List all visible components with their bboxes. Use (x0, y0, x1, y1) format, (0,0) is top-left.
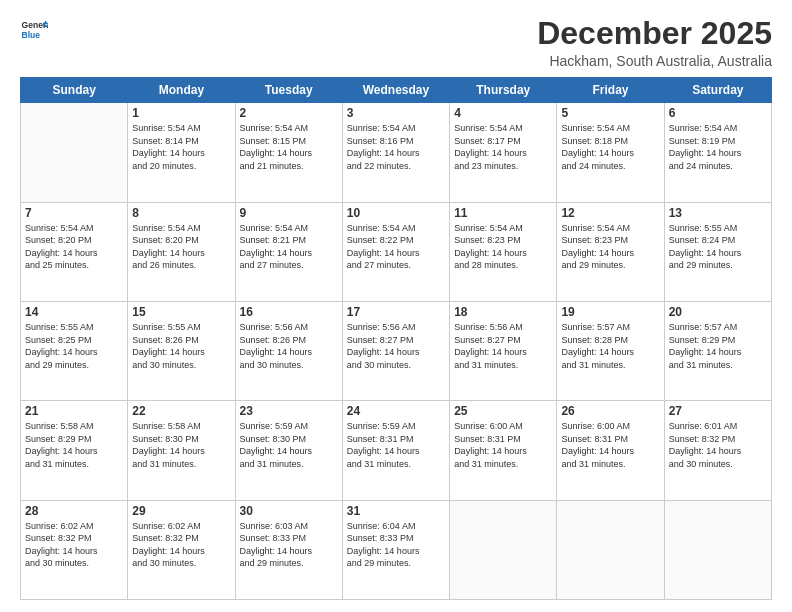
day-info: Sunrise: 5:54 AM Sunset: 8:14 PM Dayligh… (132, 122, 230, 172)
table-row: 26Sunrise: 6:00 AM Sunset: 8:31 PM Dayli… (557, 401, 664, 500)
table-row: 23Sunrise: 5:59 AM Sunset: 8:30 PM Dayli… (235, 401, 342, 500)
day-info: Sunrise: 5:56 AM Sunset: 8:26 PM Dayligh… (240, 321, 338, 371)
logo-icon: General Blue (20, 16, 48, 44)
col-wednesday: Wednesday (342, 78, 449, 103)
table-row: 2Sunrise: 5:54 AM Sunset: 8:15 PM Daylig… (235, 103, 342, 202)
svg-text:Blue: Blue (22, 30, 41, 40)
day-number: 3 (347, 106, 445, 120)
table-row: 25Sunrise: 6:00 AM Sunset: 8:31 PM Dayli… (450, 401, 557, 500)
table-row: 11Sunrise: 5:54 AM Sunset: 8:23 PM Dayli… (450, 202, 557, 301)
logo: General Blue (20, 16, 48, 44)
day-info: Sunrise: 5:55 AM Sunset: 8:26 PM Dayligh… (132, 321, 230, 371)
table-row: 15Sunrise: 5:55 AM Sunset: 8:26 PM Dayli… (128, 301, 235, 400)
month-title: December 2025 (537, 16, 772, 51)
day-info: Sunrise: 5:54 AM Sunset: 8:15 PM Dayligh… (240, 122, 338, 172)
day-info: Sunrise: 6:02 AM Sunset: 8:32 PM Dayligh… (132, 520, 230, 570)
day-number: 12 (561, 206, 659, 220)
day-number: 24 (347, 404, 445, 418)
day-info: Sunrise: 6:00 AM Sunset: 8:31 PM Dayligh… (454, 420, 552, 470)
day-info: Sunrise: 5:54 AM Sunset: 8:17 PM Dayligh… (454, 122, 552, 172)
day-info: Sunrise: 5:55 AM Sunset: 8:24 PM Dayligh… (669, 222, 767, 272)
day-number: 8 (132, 206, 230, 220)
day-number: 27 (669, 404, 767, 418)
page: General Blue December 2025 Hackham, Sout… (0, 0, 792, 612)
day-info: Sunrise: 5:54 AM Sunset: 8:20 PM Dayligh… (25, 222, 123, 272)
day-number: 26 (561, 404, 659, 418)
day-info: Sunrise: 5:58 AM Sunset: 8:29 PM Dayligh… (25, 420, 123, 470)
day-number: 16 (240, 305, 338, 319)
day-number: 10 (347, 206, 445, 220)
day-number: 31 (347, 504, 445, 518)
day-number: 13 (669, 206, 767, 220)
calendar-week-row: 28Sunrise: 6:02 AM Sunset: 8:32 PM Dayli… (21, 500, 772, 599)
table-row: 14Sunrise: 5:55 AM Sunset: 8:25 PM Dayli… (21, 301, 128, 400)
day-number: 17 (347, 305, 445, 319)
day-info: Sunrise: 5:57 AM Sunset: 8:29 PM Dayligh… (669, 321, 767, 371)
day-info: Sunrise: 5:58 AM Sunset: 8:30 PM Dayligh… (132, 420, 230, 470)
day-number: 22 (132, 404, 230, 418)
day-number: 1 (132, 106, 230, 120)
day-number: 14 (25, 305, 123, 319)
day-info: Sunrise: 5:54 AM Sunset: 8:16 PM Dayligh… (347, 122, 445, 172)
day-number: 15 (132, 305, 230, 319)
day-info: Sunrise: 5:54 AM Sunset: 8:18 PM Dayligh… (561, 122, 659, 172)
table-row: 3Sunrise: 5:54 AM Sunset: 8:16 PM Daylig… (342, 103, 449, 202)
table-row: 27Sunrise: 6:01 AM Sunset: 8:32 PM Dayli… (664, 401, 771, 500)
day-info: Sunrise: 5:54 AM Sunset: 8:22 PM Dayligh… (347, 222, 445, 272)
day-info: Sunrise: 6:03 AM Sunset: 8:33 PM Dayligh… (240, 520, 338, 570)
col-friday: Friday (557, 78, 664, 103)
col-thursday: Thursday (450, 78, 557, 103)
day-number: 5 (561, 106, 659, 120)
table-row (450, 500, 557, 599)
table-row: 19Sunrise: 5:57 AM Sunset: 8:28 PM Dayli… (557, 301, 664, 400)
day-number: 4 (454, 106, 552, 120)
day-info: Sunrise: 5:54 AM Sunset: 8:19 PM Dayligh… (669, 122, 767, 172)
table-row: 20Sunrise: 5:57 AM Sunset: 8:29 PM Dayli… (664, 301, 771, 400)
day-number: 11 (454, 206, 552, 220)
day-number: 25 (454, 404, 552, 418)
table-row: 28Sunrise: 6:02 AM Sunset: 8:32 PM Dayli… (21, 500, 128, 599)
day-number: 18 (454, 305, 552, 319)
day-info: Sunrise: 6:02 AM Sunset: 8:32 PM Dayligh… (25, 520, 123, 570)
day-number: 30 (240, 504, 338, 518)
calendar-week-row: 14Sunrise: 5:55 AM Sunset: 8:25 PM Dayli… (21, 301, 772, 400)
table-row: 22Sunrise: 5:58 AM Sunset: 8:30 PM Dayli… (128, 401, 235, 500)
table-row: 10Sunrise: 5:54 AM Sunset: 8:22 PM Dayli… (342, 202, 449, 301)
table-row: 24Sunrise: 5:59 AM Sunset: 8:31 PM Dayli… (342, 401, 449, 500)
table-row: 4Sunrise: 5:54 AM Sunset: 8:17 PM Daylig… (450, 103, 557, 202)
day-info: Sunrise: 6:01 AM Sunset: 8:32 PM Dayligh… (669, 420, 767, 470)
table-row: 17Sunrise: 5:56 AM Sunset: 8:27 PM Dayli… (342, 301, 449, 400)
day-number: 6 (669, 106, 767, 120)
table-row: 18Sunrise: 5:56 AM Sunset: 8:27 PM Dayli… (450, 301, 557, 400)
day-info: Sunrise: 5:54 AM Sunset: 8:21 PM Dayligh… (240, 222, 338, 272)
table-row: 5Sunrise: 5:54 AM Sunset: 8:18 PM Daylig… (557, 103, 664, 202)
day-info: Sunrise: 5:59 AM Sunset: 8:31 PM Dayligh… (347, 420, 445, 470)
table-row (21, 103, 128, 202)
table-row: 31Sunrise: 6:04 AM Sunset: 8:33 PM Dayli… (342, 500, 449, 599)
calendar-header-row: Sunday Monday Tuesday Wednesday Thursday… (21, 78, 772, 103)
day-number: 9 (240, 206, 338, 220)
day-number: 28 (25, 504, 123, 518)
table-row: 8Sunrise: 5:54 AM Sunset: 8:20 PM Daylig… (128, 202, 235, 301)
day-info: Sunrise: 5:54 AM Sunset: 8:23 PM Dayligh… (454, 222, 552, 272)
table-row (664, 500, 771, 599)
day-number: 23 (240, 404, 338, 418)
day-info: Sunrise: 6:04 AM Sunset: 8:33 PM Dayligh… (347, 520, 445, 570)
table-row: 12Sunrise: 5:54 AM Sunset: 8:23 PM Dayli… (557, 202, 664, 301)
subtitle: Hackham, South Australia, Australia (537, 53, 772, 69)
day-info: Sunrise: 5:54 AM Sunset: 8:23 PM Dayligh… (561, 222, 659, 272)
table-row: 9Sunrise: 5:54 AM Sunset: 8:21 PM Daylig… (235, 202, 342, 301)
table-row (557, 500, 664, 599)
calendar-table: Sunday Monday Tuesday Wednesday Thursday… (20, 77, 772, 600)
col-monday: Monday (128, 78, 235, 103)
day-number: 19 (561, 305, 659, 319)
table-row: 16Sunrise: 5:56 AM Sunset: 8:26 PM Dayli… (235, 301, 342, 400)
day-number: 7 (25, 206, 123, 220)
table-row: 7Sunrise: 5:54 AM Sunset: 8:20 PM Daylig… (21, 202, 128, 301)
calendar-week-row: 1Sunrise: 5:54 AM Sunset: 8:14 PM Daylig… (21, 103, 772, 202)
day-info: Sunrise: 5:54 AM Sunset: 8:20 PM Dayligh… (132, 222, 230, 272)
table-row: 21Sunrise: 5:58 AM Sunset: 8:29 PM Dayli… (21, 401, 128, 500)
header: General Blue December 2025 Hackham, Sout… (20, 16, 772, 69)
calendar-week-row: 21Sunrise: 5:58 AM Sunset: 8:29 PM Dayli… (21, 401, 772, 500)
day-info: Sunrise: 5:59 AM Sunset: 8:30 PM Dayligh… (240, 420, 338, 470)
